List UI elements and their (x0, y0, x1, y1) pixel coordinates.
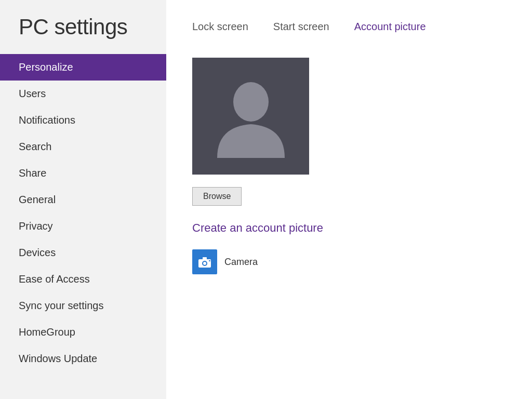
camera-item[interactable]: Camera (192, 249, 506, 274)
sidebar-item-sync-your-settings[interactable]: Sync your settings (0, 292, 166, 319)
tab-navigation: Lock screen Start screen Account picture (166, 0, 532, 42)
tab-lock-screen[interactable]: Lock screen (192, 16, 263, 42)
sidebar-item-privacy[interactable]: Privacy (0, 213, 166, 240)
sidebar-item-search[interactable]: Search (0, 134, 166, 160)
sidebar-item-homegroup[interactable]: HomeGroup (0, 319, 166, 345)
sidebar-item-general[interactable]: General (0, 187, 166, 213)
svg-point-3 (203, 262, 206, 265)
camera-icon (197, 256, 212, 268)
main-content: Lock screen Start screen Account picture… (166, 0, 532, 399)
sidebar-item-users[interactable]: Users (0, 81, 166, 107)
account-picture-content: Browse Create an account picture Camera (166, 42, 532, 290)
sidebar-item-share[interactable]: Share (0, 160, 166, 187)
sidebar-item-notifications[interactable]: Notifications (0, 107, 166, 134)
sidebar-item-personalize[interactable]: Personalize (0, 54, 166, 81)
avatar-icon (212, 75, 290, 158)
camera-label: Camera (224, 257, 258, 268)
sidebar-item-devices[interactable]: Devices (0, 240, 166, 266)
tab-start-screen[interactable]: Start screen (273, 16, 344, 42)
sidebar-item-ease-of-access[interactable]: Ease of Access (0, 266, 166, 292)
tab-account-picture[interactable]: Account picture (354, 16, 441, 42)
create-account-picture-heading: Create an account picture (192, 221, 506, 235)
svg-rect-4 (203, 257, 207, 260)
sidebar: PC settings Personalize Users Notificati… (0, 0, 166, 399)
svg-rect-5 (209, 260, 210, 261)
avatar-preview (192, 58, 309, 175)
sidebar-item-windows-update[interactable]: Windows Update (0, 345, 166, 372)
app-title: PC settings (0, 0, 166, 54)
browse-button[interactable]: Browse (192, 187, 242, 206)
svg-point-0 (233, 82, 269, 122)
camera-icon-box (192, 249, 217, 274)
